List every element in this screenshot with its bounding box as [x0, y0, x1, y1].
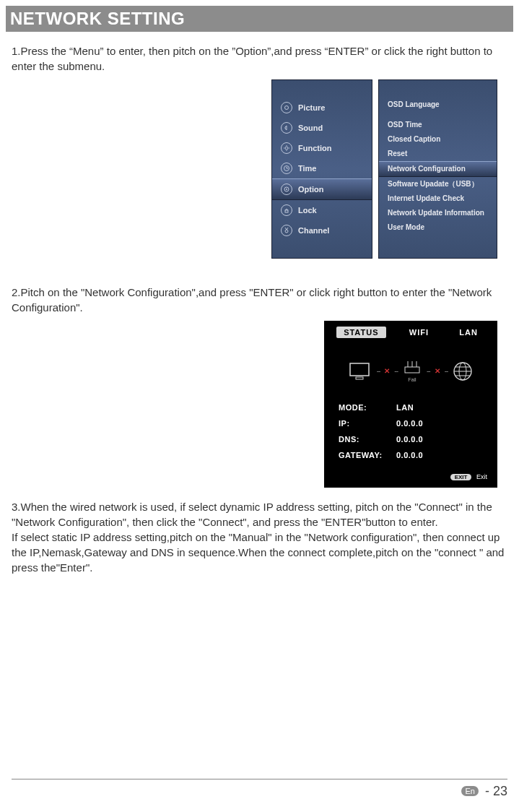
dash-icon: --: [445, 367, 448, 375]
field-ip: IP: 0.0.0.0: [339, 415, 483, 431]
menu-item-picture[interactable]: Picture: [272, 98, 372, 118]
svg-rect-5: [285, 210, 288, 212]
exit-badge: EXIT: [450, 474, 472, 480]
fail-label: Fail: [402, 377, 422, 382]
monitor-icon: [348, 361, 372, 381]
language-badge: En: [461, 786, 478, 796]
field-value: 0.0.0.0: [396, 451, 423, 459]
svg-rect-7: [350, 363, 369, 376]
dash-icon: --: [427, 367, 430, 375]
field-label: IP:: [339, 419, 396, 428]
router-block: Fail: [402, 360, 422, 382]
option-internet-update-check[interactable]: Internet Update Check: [385, 191, 491, 206]
main-menu-panel: Picture Sound Function Time Option: [271, 79, 372, 259]
menu-item-label: Sound: [298, 124, 323, 132]
option-user-mode[interactable]: User Mode: [385, 220, 491, 235]
time-icon: [281, 163, 292, 174]
field-label: MODE:: [339, 403, 396, 412]
svg-rect-8: [356, 377, 363, 379]
menu-item-label: Time: [298, 164, 316, 173]
channel-icon: [281, 225, 292, 236]
function-icon: [281, 142, 292, 154]
page-number: 23: [493, 784, 507, 798]
tab-lan[interactable]: LAN: [452, 327, 485, 338]
menu-item-lock[interactable]: Lock: [272, 200, 372, 220]
dash-icon: --: [394, 367, 398, 375]
tab-status[interactable]: STATUS: [336, 327, 385, 338]
svg-rect-9: [405, 367, 419, 373]
fail-x-icon: ✕: [384, 367, 390, 375]
connection-graphic: -- ✕ -- Fail -- ✕ --: [324, 347, 497, 399]
section-header: NETWORK SETTING: [6, 6, 513, 32]
exit-label: Exit: [476, 473, 487, 480]
option-network-update-information[interactable]: Network Update Information: [385, 206, 491, 220]
status-panel-wrap: STATUS WIFI LAN -- ✕ -- Fail -- ✕ --: [0, 321, 519, 488]
option-osd-language[interactable]: OSD Language: [385, 98, 491, 112]
status-tabs: STATUS WIFI LAN: [324, 321, 497, 347]
field-dns: DNS: 0.0.0.0: [339, 431, 483, 447]
router-icon: [402, 360, 422, 374]
field-label: DNS:: [339, 435, 396, 444]
menu-item-label: Function: [298, 144, 331, 152]
menu-item-label: Option: [298, 185, 323, 194]
menu-item-time[interactable]: Time: [272, 158, 372, 178]
option-network-configuration[interactable]: Network Configuration: [379, 161, 497, 177]
menu-item-label: Channel: [298, 226, 329, 235]
svg-point-1: [285, 147, 288, 150]
step1-text: 1.Press the “Menu” to enter, then pitch …: [0, 32, 519, 79]
network-status-panel: STATUS WIFI LAN -- ✕ -- Fail -- ✕ --: [324, 321, 497, 488]
globe-icon: [452, 360, 474, 382]
dash-icon: --: [377, 367, 380, 375]
page-footer: En - 23: [12, 779, 507, 799]
menu-diagram: Picture Sound Function Time Option: [0, 79, 519, 259]
svg-point-0: [285, 106, 289, 110]
option-icon: [281, 183, 292, 195]
svg-point-6: [285, 230, 288, 233]
option-closed-caption[interactable]: Closed Caption: [385, 132, 491, 147]
field-value: 0.0.0.0: [396, 419, 423, 428]
field-value: 0.0.0.0: [396, 435, 423, 444]
fail-x-icon: ✕: [435, 367, 440, 375]
option-osd-time[interactable]: OSD Time: [385, 118, 491, 132]
tab-wifi[interactable]: WIFI: [402, 327, 436, 338]
picture-icon: [281, 102, 292, 113]
footer-sep: -: [485, 784, 489, 798]
field-value: LAN: [396, 403, 414, 412]
menu-item-label: Lock: [298, 206, 317, 215]
field-gateway: GATEWAY: 0.0.0.0: [339, 447, 483, 463]
menu-item-channel[interactable]: Channel: [272, 220, 372, 241]
option-reset[interactable]: Reset: [385, 147, 491, 161]
step2-text: 2.Pitch on the "Network Configuration",a…: [0, 273, 519, 321]
lock-icon: [281, 204, 292, 216]
field-label: GATEWAY:: [339, 451, 396, 459]
option-software-update-usb[interactable]: Software Upadate（USB）: [385, 177, 491, 191]
exit-hint: EXIT Exit: [324, 470, 497, 480]
menu-item-label: Picture: [298, 103, 325, 112]
svg-point-4: [286, 189, 287, 190]
menu-item-sound[interactable]: Sound: [272, 118, 372, 138]
menu-item-function[interactable]: Function: [272, 138, 372, 158]
option-submenu-panel: OSD Language OSD Time Closed Caption Res…: [378, 79, 497, 259]
field-mode: MODE: LAN: [339, 399, 483, 415]
sound-icon: [281, 122, 292, 134]
step3-text: 3.When the wired network is used, if sel…: [0, 488, 519, 581]
status-fields: MODE: LAN IP: 0.0.0.0 DNS: 0.0.0.0 GATEW…: [324, 399, 497, 470]
menu-item-option[interactable]: Option: [272, 178, 372, 200]
